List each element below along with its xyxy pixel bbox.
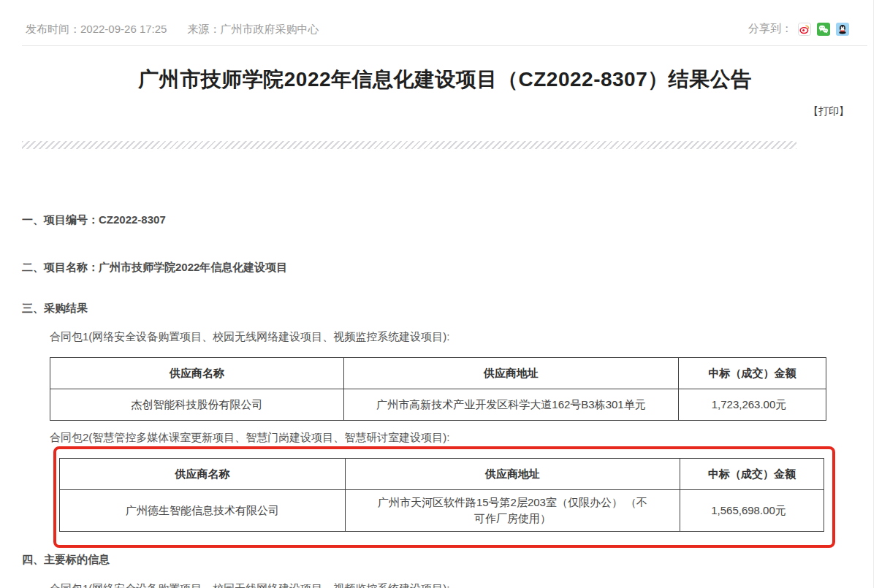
share-bar: 分享到： bbox=[748, 22, 849, 36]
package2-label: 合同包2(智慧管控多媒体课室更新项目、智慧门岗建设项目、智慧研讨室建设项目): bbox=[50, 431, 450, 445]
supplier-address-cell: 广州市天河区软件路15号第2层203室（仅限办公） （不可作厂房使用） bbox=[346, 490, 680, 532]
section-procurement-result: 三、采购结果 bbox=[22, 302, 88, 316]
qq-icon[interactable] bbox=[836, 23, 849, 36]
column-header-award-amount: 中标（成交）金额 bbox=[680, 459, 824, 490]
wechat-icon[interactable] bbox=[817, 23, 830, 36]
section-project-number: 一、项目编号：CZ2022-8307 bbox=[22, 213, 166, 227]
header-divider bbox=[22, 45, 867, 46]
source-label: 来源： bbox=[187, 23, 220, 35]
package1-result-table: 供应商名称 供应商地址 中标（成交）金额 杰创智能科技股份有限公司 广州市高新技… bbox=[50, 357, 826, 421]
hatched-divider bbox=[22, 141, 796, 149]
meta-bar: 发布时间：2022-09-26 17:25来源：广州市政府采购中心 bbox=[26, 23, 319, 37]
publish-time-value: 2022-09-26 17:25 bbox=[80, 23, 167, 35]
publish-time-label: 发布时间： bbox=[26, 23, 80, 35]
supplier-name-cell: 杰创智能科技股份有限公司 bbox=[50, 389, 344, 421]
table-row: 广州德生智能信息技术有限公司 广州市天河区软件路15号第2层203室（仅限办公）… bbox=[60, 490, 824, 532]
section-main-subject-info: 四、主要标的信息 bbox=[22, 553, 110, 567]
announcement-page: 发布时间：2022-09-26 17:25来源：广州市政府采购中心 分享到： bbox=[0, 0, 890, 588]
column-header-award-amount: 中标（成交）金额 bbox=[679, 358, 826, 389]
table-header-row: 供应商名称 供应商地址 中标（成交）金额 bbox=[50, 358, 826, 389]
source-value: 广州市政府采购中心 bbox=[220, 23, 319, 35]
package2-result-table: 供应商名称 供应商地址 中标（成交）金额 广州德生智能信息技术有限公司 广州市天… bbox=[59, 458, 824, 532]
clipped-bottom-text: 合同包1(网络安全设备购置项目、校园无线网络建设项目、视频监控系统建设项目): bbox=[50, 582, 450, 588]
weibo-icon[interactable] bbox=[798, 23, 811, 36]
print-button[interactable]: 【打印】 bbox=[808, 105, 849, 118]
column-header-supplier-name: 供应商名称 bbox=[50, 358, 344, 389]
package1-label: 合同包1(网络安全设备购置项目、校园无线网络建设项目、视频监控系统建设项目): bbox=[50, 330, 450, 344]
award-amount-cell: 1,723,263.00元 bbox=[679, 389, 826, 421]
section-project-name: 二、项目名称：广州市技师学院2022年信息化建设项目 bbox=[22, 261, 287, 275]
supplier-name-cell: 广州德生智能信息技术有限公司 bbox=[60, 490, 346, 532]
award-amount-cell: 1,565,698.00元 bbox=[680, 490, 824, 532]
column-header-supplier-address: 供应商地址 bbox=[346, 459, 680, 490]
column-header-supplier-name: 供应商名称 bbox=[60, 459, 346, 490]
table-row: 杰创智能科技股份有限公司 广州市高新技术产业开发区科学大道162号B3栋301单… bbox=[50, 389, 826, 421]
column-header-supplier-address: 供应商地址 bbox=[344, 358, 679, 389]
page-title: 广州市技师学院2022年信息化建设项目（CZ2022-8307）结果公告 bbox=[0, 66, 890, 93]
share-label: 分享到： bbox=[748, 22, 792, 36]
table-header-row: 供应商名称 供应商地址 中标（成交）金额 bbox=[60, 459, 824, 490]
supplier-address-cell: 广州市高新技术产业开发区科学大道162号B3栋301单元 bbox=[344, 389, 679, 421]
